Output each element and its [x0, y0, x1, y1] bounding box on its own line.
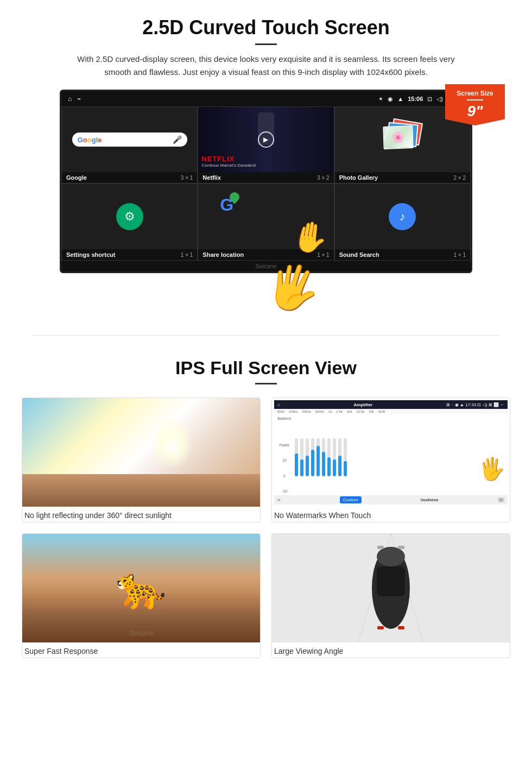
badge-divider [467, 99, 483, 100]
svg-rect-9 [398, 626, 404, 629]
location-app-name: Share location [202, 251, 244, 258]
eq-slider-5[interactable] [322, 438, 325, 476]
eq-slider-7[interactable] [333, 438, 336, 476]
eq-bottom-bar: ‹‹ Custom loudness ○ [274, 495, 508, 504]
svg-rect-8 [377, 626, 384, 629]
settings-icon: ⚙ [116, 203, 143, 230]
eq-body: Balance Fader 10 0 -10 [274, 414, 508, 495]
google-search-bar[interactable]: Google 🎤 [72, 133, 187, 147]
sound-app-size: 1 × 1 [453, 252, 466, 258]
sound-label-row: Sound Search 1 × 1 [335, 249, 470, 260]
netflix-overlay: NETFLIX Continue Marvel's Daredevil [201, 155, 256, 168]
section2-title: IPS Full Screen View [22, 357, 510, 379]
eq-sliders-container: 🖐 [295, 417, 505, 482]
google-app-name: Google [66, 174, 87, 181]
location-icon: ◉ [388, 96, 393, 103]
play-button[interactable]: ▶ [258, 131, 274, 148]
badge-size: 9" [467, 103, 483, 119]
section1-description: With 2.5D curved-display screen, this de… [76, 53, 456, 79]
sun-glow [150, 425, 193, 469]
app-cell-location: G 🤚 Share location 1 × 1 [198, 184, 334, 261]
pointing-hand-icon: 🤚 [288, 219, 331, 255]
section2-divider [255, 383, 277, 384]
app-cell-netflix: ▶ NETFLIX Continue Marvel's Daredevil Ne… [198, 106, 334, 184]
cheetah-emoji: 🐆 [116, 564, 167, 612]
eq-slider-6[interactable] [327, 438, 331, 476]
image-grid: No light reflecting under 360° direct su… [22, 398, 510, 658]
netflix-app-name: Netflix [202, 174, 221, 181]
eq-slider-0[interactable] [295, 438, 298, 476]
eq-slider-9[interactable] [344, 438, 347, 476]
camera-icon: ⊡ [427, 96, 432, 103]
volume-icon: ◁) [436, 96, 443, 103]
photo-card-3: 🌸 [383, 125, 414, 149]
status-bar-left: ⌂ ⌁ [68, 95, 81, 103]
netflix-subtitle: Continue Marvel's Daredevil [201, 163, 256, 168]
app-cell-settings: ⚙ Settings shortcut 1 × 1 [61, 184, 198, 261]
netflix-logo: NETFLIX [201, 155, 256, 163]
eq-slider-1[interactable] [300, 438, 303, 476]
cheetah-watermark: Seicane [129, 629, 153, 637]
sunlight-caption: No light reflecting under 360° direct su… [22, 507, 260, 522]
eq-topbar: ⌂ Amplifier ⊞ ·· ◉ ▲ 17:33 ⊡ ◁) ⊠ ⬜ ← [274, 400, 508, 409]
sunlight-image [22, 398, 260, 507]
eq-slider-4[interactable] [316, 438, 320, 476]
screen-watermark: Seicane [61, 261, 471, 272]
google-app-size: 3 × 1 [181, 175, 193, 181]
eq-slider-2[interactable] [306, 438, 309, 476]
google-app-content: Google 🎤 [62, 107, 197, 172]
location-app-content: G 🤚 [198, 184, 333, 249]
section1-title: 2.5D Curved Touch Screen [33, 16, 499, 39]
eq-freq-labels: 60hz 100hz 200hz 500hz 1k 2.5k 10k 12.5k… [274, 409, 508, 414]
eq-slider-3[interactable] [311, 438, 314, 476]
section1-divider [255, 43, 277, 45]
eq-home-icon: ⌂ [277, 402, 280, 407]
netflix-app-size: 3 × 2 [317, 175, 330, 181]
sound-app-content: ♪ [335, 184, 470, 249]
eq-left-labels: Balance Fader 10 0 -10 [276, 417, 293, 493]
ground [22, 474, 260, 507]
netflix-app-content: ▶ NETFLIX Continue Marvel's Daredevil [198, 107, 333, 172]
car-card: Large Viewing Angle [271, 533, 510, 658]
section-ips: IPS Full Screen View No light reflecting… [0, 346, 532, 674]
svg-rect-6 [377, 546, 384, 549]
photo-stack: 🌸 [383, 121, 421, 159]
eq-custom-btn[interactable]: Custom [340, 496, 362, 503]
screen-wrapper: Screen Size 9" ⌂ ⌁ ✴ ◉ ▲ 15:06 ⊡ [60, 90, 472, 273]
gallery-app-name: Photo Gallery [339, 174, 378, 181]
maps-icon-container: G [220, 195, 233, 215]
sunlight-card: No light reflecting under 360° direct su… [22, 398, 261, 522]
section-curved-touch: 2.5D Curved Touch Screen With 2.5D curve… [0, 0, 532, 324]
svg-rect-7 [398, 546, 404, 549]
sound-app-name: Sound Search [339, 251, 379, 258]
home-icon: ⌂ [68, 95, 72, 103]
gallery-label-row: Photo Gallery 2 × 2 [335, 172, 470, 183]
section-divider [33, 335, 499, 336]
status-time: 15:06 [408, 96, 423, 102]
car-caption: Large Viewing Angle [272, 642, 510, 658]
settings-app-content: ⚙ [62, 184, 197, 249]
badge-title: Screen Size [449, 90, 501, 97]
eq-loudness-label: loudness [421, 497, 438, 502]
car-svg [353, 534, 429, 642]
mic-icon: 🎤 [173, 135, 182, 144]
eq-title-label: Amplifier [354, 402, 373, 407]
sound-icon: ♪ [389, 203, 416, 230]
screen-mockup-container: Screen Size 9" ⌂ ⌁ ✴ ◉ ▲ 15:06 ⊡ [33, 90, 499, 273]
app-cell-google: Google 🎤 Google 3 × 1 [61, 106, 198, 184]
car-image [272, 534, 510, 642]
app-grid-row1: Google 🎤 Google 3 × 1 [61, 106, 471, 184]
eq-toggle[interactable]: ○ [498, 497, 504, 502]
eq-slider-8[interactable] [338, 438, 341, 476]
eq-card: ⌂ Amplifier ⊞ ·· ◉ ▲ 17:33 ⊡ ◁) ⊠ ⬜ ← 60… [271, 398, 510, 522]
flower-icon: 🌸 [391, 131, 406, 144]
eq-icons: ⊞ ·· ◉ ▲ 17:33 ⊡ ◁) ⊠ ⬜ ← [446, 402, 504, 407]
eq-back-btn: ‹‹ [277, 497, 280, 502]
svg-rect-4 [377, 566, 405, 596]
usb-icon: ⌁ [77, 95, 81, 103]
cheetah-image: 🐆 Seicane [22, 534, 260, 642]
status-bar: ⌂ ⌁ ✴ ◉ ▲ 15:06 ⊡ ◁) ⊠ ⬜ [61, 91, 471, 106]
google-logo: Google [78, 136, 102, 144]
netflix-figure: ▶ NETFLIX Continue Marvel's Daredevil [198, 107, 333, 172]
cheetah-card: 🐆 Seicane Super Fast Response [22, 533, 261, 658]
